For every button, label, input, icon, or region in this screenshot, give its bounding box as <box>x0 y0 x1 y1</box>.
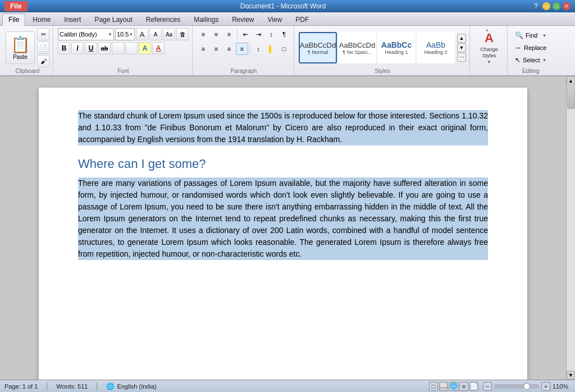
clipboard-group: 📋 Paste ✂ 📄 🖌 Clipboard <box>2 26 53 75</box>
style-h1-name: Heading 1 <box>385 49 408 55</box>
tab-view[interactable]: View <box>262 13 289 25</box>
style-h2-name: Heading 2 <box>424 49 447 55</box>
style-h2-preview: AaBb <box>426 40 445 49</box>
outline-btn[interactable]: ≡ <box>459 382 468 391</box>
select-icon: ↖ <box>515 56 521 64</box>
vertical-scrollbar[interactable]: ▲ ▼ <box>566 76 575 380</box>
style-heading2[interactable]: AaBb Heading 2 <box>417 32 455 63</box>
superscript-button[interactable] <box>125 42 138 54</box>
print-layout-btn[interactable]: □ <box>429 382 438 391</box>
maximize-btn[interactable]: □ <box>553 2 560 10</box>
file-tab-btn[interactable]: File <box>4 1 28 11</box>
draft-btn[interactable]: 📄 <box>469 382 478 391</box>
underline-button[interactable]: U <box>85 42 97 54</box>
bold-button[interactable]: B <box>58 42 70 54</box>
change-styles-group: A^ ChangeStyles ▼ <box>471 26 508 75</box>
zoom-out-btn[interactable]: − <box>483 382 492 391</box>
change-styles-button[interactable]: A^ ChangeStyles ▼ <box>474 33 504 63</box>
status-sep2 <box>97 382 97 390</box>
words-status: Words: 511 <box>56 383 88 390</box>
sort-button[interactable]: ↕ <box>265 28 277 40</box>
doc-scroll-area[interactable]: The standard chunk of Lorem Ipsum used s… <box>0 76 566 380</box>
strikethrough-button[interactable]: ab <box>98 42 111 54</box>
para1[interactable]: The standard chunk of Lorem Ipsum used s… <box>78 110 488 145</box>
scroll-down-btn[interactable]: ▼ <box>567 371 575 380</box>
multilevel-button[interactable]: ≡ <box>223 28 235 40</box>
line-spacing-button[interactable]: ↕ <box>252 43 264 55</box>
tab-page-layout[interactable]: Page Layout <box>88 13 138 25</box>
style-nospacing-preview: AaBbCcDd <box>339 41 375 49</box>
format-painter-button[interactable]: 🖌 <box>37 55 49 67</box>
font-group-label: Font <box>54 68 192 74</box>
zoom-level: 110% <box>553 383 571 390</box>
shading-button[interactable]: ▌ <box>265 43 277 55</box>
styles-scroll-down[interactable]: ▼ <box>457 43 466 52</box>
tab-home[interactable]: Home <box>26 13 57 25</box>
minimize-btn[interactable]: — <box>542 2 550 10</box>
tab-file[interactable]: File <box>2 13 25 26</box>
borders-button[interactable]: □ <box>278 43 290 55</box>
text-highlight-button[interactable]: A <box>139 42 151 54</box>
para2[interactable]: There are many variations of passages of… <box>78 177 488 260</box>
scroll-up-btn[interactable]: ▲ <box>567 76 575 85</box>
font-color-button[interactable]: A <box>152 42 165 54</box>
change-case-button[interactable]: Aa <box>163 28 175 40</box>
tab-pdf[interactable]: PDF <box>289 13 315 25</box>
paragraph-group: ≡ ≡ ≡ ⇤ ⇥ ↕ ¶ ≡ ≡ ≡ ≡ ↕ ▌ □ Paragraph <box>194 26 294 75</box>
para2-text: There are many variations of passages of… <box>78 179 488 258</box>
copy-button[interactable]: 📄 <box>37 42 49 54</box>
justify-button[interactable]: ≡ <box>236 43 248 55</box>
language-icon: 🌐 <box>106 382 115 390</box>
clear-format-button[interactable]: 🗑 <box>176 28 189 40</box>
status-right: □ 📖 🌐 ≡ 📄 − + 110% <box>429 382 571 391</box>
full-reading-btn[interactable]: 📖 <box>439 382 448 391</box>
style-normal[interactable]: AaBbCcDd ¶ Normal <box>299 32 337 63</box>
web-layout-btn[interactable]: 🌐 <box>449 382 458 391</box>
align-right-button[interactable]: ≡ <box>223 43 235 55</box>
scroll-thumb[interactable] <box>567 86 575 109</box>
doc-heading[interactable]: Where can I get some? <box>78 154 488 173</box>
grow-font-button[interactable]: A <box>136 28 148 40</box>
align-center-button[interactable]: ≡ <box>210 43 222 55</box>
styles-scroll-up[interactable]: ▲ <box>457 34 466 43</box>
paragraph-group-label: Paragraph <box>194 68 294 74</box>
font-size-selector[interactable]: 10.5 ▼ <box>115 28 135 40</box>
tab-mailings[interactable]: Mailings <box>188 13 225 25</box>
subscript-button[interactable] <box>112 42 124 54</box>
replace-button[interactable]: ↔ Replace <box>512 42 550 53</box>
show-marks-button[interactable]: ¶ <box>278 28 290 40</box>
italic-button[interactable]: I <box>71 42 84 54</box>
help-icon[interactable]: ? <box>534 2 538 10</box>
styles-group-label: Styles <box>295 68 469 74</box>
tab-insert[interactable]: Insert <box>58 13 87 25</box>
close-btn[interactable]: ✕ <box>563 2 571 10</box>
heading-text: Where can I get some? <box>78 157 206 171</box>
doc-page[interactable]: The standard chunk of Lorem Ipsum used s… <box>39 88 527 380</box>
styles-group: AaBbCcDd ¶ Normal AaBbCcDd ¶ No Spaci...… <box>295 26 470 75</box>
align-left-button[interactable]: ≡ <box>197 43 209 55</box>
paste-button[interactable]: 📋 Paste <box>6 31 35 64</box>
font-family-selector[interactable]: Calibri (Body) ▼ <box>58 28 114 40</box>
zoom-slider[interactable] <box>494 384 539 389</box>
find-icon: 🔍 <box>515 31 523 39</box>
separator <box>237 29 238 39</box>
font-group: Calibri (Body) ▼ 10.5 ▼ A A Aa 🗑 B I U a… <box>54 26 193 75</box>
find-button[interactable]: 🔍 Find ▼ <box>512 30 550 41</box>
tab-references[interactable]: References <box>140 13 186 25</box>
style-heading1[interactable]: AaBbCc Heading 1 <box>377 32 416 63</box>
select-button[interactable]: ↖ Select ▼ <box>512 54 550 66</box>
tab-review[interactable]: Review <box>226 13 260 25</box>
paste-icon: 📋 <box>11 35 30 54</box>
styles-more[interactable]: ⋯ <box>457 53 466 62</box>
numbering-button[interactable]: ≡ <box>210 28 222 40</box>
zoom-in-btn[interactable]: + <box>541 382 550 391</box>
ribbon: 📋 Paste ✂ 📄 🖌 Clipboard Calibri (Body) ▼… <box>0 26 575 76</box>
replace-label: Replace <box>524 44 546 51</box>
shrink-font-button[interactable]: A <box>149 28 162 40</box>
cut-button[interactable]: ✂ <box>37 28 49 40</box>
style-no-spacing[interactable]: AaBbCcDd ¶ No Spaci... <box>338 32 376 63</box>
bullets-button[interactable]: ≡ <box>197 28 209 40</box>
increase-indent-button[interactable]: ⇥ <box>252 28 264 40</box>
decrease-indent-button[interactable]: ⇤ <box>239 28 252 40</box>
zoom-thumb[interactable] <box>523 383 530 390</box>
